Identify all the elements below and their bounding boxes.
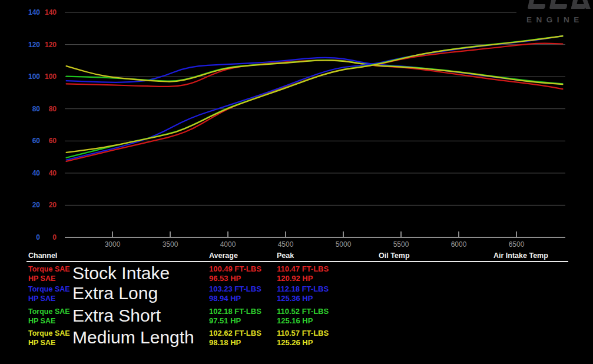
peak-torque-value: 110.47 FT-LBS (277, 264, 329, 274)
peak-torque-value: 112.18 FT-LBS (277, 284, 329, 294)
x-axis-label: 4500 (278, 240, 294, 249)
y-axis-hp-label: 120 (28, 41, 40, 49)
channel-hp-label: HP SAE (28, 274, 70, 283)
col-header-air-intake: Air Intake Temp (493, 252, 548, 260)
channel-labels: Torque SAE HP SAE (28, 264, 70, 283)
channel-torque-label: Torque SAE (28, 329, 70, 338)
avg-torque-value: 100.49 FT-LBS (209, 264, 261, 274)
y-axis-torque-label: 20 (49, 201, 57, 209)
col-header-oil-temp: Oil Temp (379, 252, 410, 260)
peak-values: 110.57 FT-LBS 125.26 HP (277, 329, 329, 348)
dyno-chart-screen: 3000350040004500500055006000650014014012… (0, 0, 593, 364)
channel-hp-label: HP SAE (28, 338, 70, 348)
run-name: Stock Intake (72, 263, 170, 283)
y-axis-torque-label: 0 (52, 233, 57, 241)
logo-engine-text: ENGINE (526, 15, 584, 24)
x-axis-label: 5500 (393, 240, 409, 249)
channel-hp-label: HP SAE (28, 316, 70, 326)
peak-torque-value: 110.57 FT-LBS (277, 329, 329, 338)
peak-hp-value: 125.36 HP (277, 294, 329, 303)
y-axis-hp-label: 40 (32, 169, 41, 177)
y-axis-torque-label: 120 (45, 41, 57, 49)
avg-torque-value: 103.23 FT-LBS (209, 284, 261, 294)
y-axis-torque-label: 80 (49, 105, 57, 113)
x-axis-label: 6000 (451, 240, 467, 249)
dyno-graph: 3000350040004500500055006000650014014012… (0, 0, 593, 250)
channel-labels: Torque SAE HP SAE (28, 284, 70, 303)
table-row: Torque SAE HP SAE Stock Intake 100.49 FT… (0, 264, 593, 284)
x-axis-label: 6500 (509, 240, 525, 249)
run-name: Extra Long (72, 283, 158, 303)
peak-values: 110.47 FT-LBS 120.92 HP (277, 264, 329, 283)
y-axis-torque-label: 40 (49, 169, 57, 177)
y-axis-hp-label: 0 (36, 233, 40, 241)
avg-torque-value: 102.18 FT-LBS (209, 307, 261, 316)
table-row: Torque SAE HP SAE Medium Length 102.62 F… (0, 329, 593, 349)
col-header-peak: Peak (277, 252, 294, 260)
peak-torque-value: 110.52 FT-LBS (277, 307, 329, 316)
logo-glyphs: ENGINE (516, 0, 593, 28)
y-axis-hp-label: 20 (32, 201, 41, 209)
y-axis-torque-label: 60 (49, 137, 57, 145)
channel-labels: Torque SAE HP SAE (28, 329, 70, 348)
average-values: 103.23 FT-LBS 98.94 HP (209, 284, 261, 303)
peak-hp-value: 125.26 HP (277, 338, 329, 348)
avg-hp-value: 98.18 HP (209, 338, 261, 348)
table-row: Torque SAE HP SAE Extra Short 102.18 FT-… (0, 307, 593, 327)
peak-hp-value: 125.16 HP (277, 316, 329, 326)
channel-hp-label: HP SAE (28, 294, 70, 303)
curve-medium-length-hp-sae (67, 36, 563, 153)
peak-hp-value: 120.92 HP (277, 274, 329, 283)
logo-letterforms (528, 0, 593, 9)
x-axis-label: 5000 (336, 240, 352, 249)
run-name: Medium Length (72, 327, 194, 348)
col-header-average: Average (209, 252, 238, 260)
channel-torque-label: Torque SAE (28, 284, 70, 294)
avg-hp-value: 96.53 HP (209, 274, 261, 283)
peak-values: 112.18 FT-LBS 125.36 HP (277, 284, 329, 303)
y-axis-hp-label: 100 (28, 72, 40, 81)
logo-watermark: ENGINE (516, 0, 593, 28)
channel-torque-label: Torque SAE (28, 264, 70, 274)
y-axis-hp-label: 60 (32, 137, 41, 145)
col-header-channel: Channel (28, 252, 57, 260)
channel-labels: Torque SAE HP SAE (28, 307, 70, 326)
average-values: 100.49 FT-LBS 96.53 HP (209, 264, 261, 283)
peak-values: 110.52 FT-LBS 125.16 HP (277, 307, 329, 326)
x-axis-label: 3000 (105, 240, 121, 249)
table-header-rule (26, 261, 568, 262)
y-axis-torque-label: 140 (45, 8, 57, 16)
y-axis-hp-label: 80 (32, 105, 41, 113)
avg-torque-value: 102.62 FT-LBS (209, 329, 261, 338)
y-axis-hp-label: 140 (28, 8, 40, 16)
average-values: 102.62 FT-LBS 98.18 HP (209, 329, 261, 348)
avg-hp-value: 98.94 HP (209, 294, 261, 303)
run-name: Extra Short (72, 306, 161, 326)
curve-extra-long-hp-sae (67, 36, 563, 160)
x-axis-label: 4000 (220, 240, 236, 249)
table-row: Torque SAE HP SAE Extra Long 103.23 FT-L… (0, 284, 593, 305)
average-values: 102.18 FT-LBS 97.51 HP (209, 307, 261, 326)
avg-hp-value: 97.51 HP (209, 316, 261, 326)
channel-torque-label: Torque SAE (28, 307, 70, 316)
y-axis-torque-label: 100 (45, 72, 57, 81)
x-axis-label: 3500 (163, 240, 178, 249)
